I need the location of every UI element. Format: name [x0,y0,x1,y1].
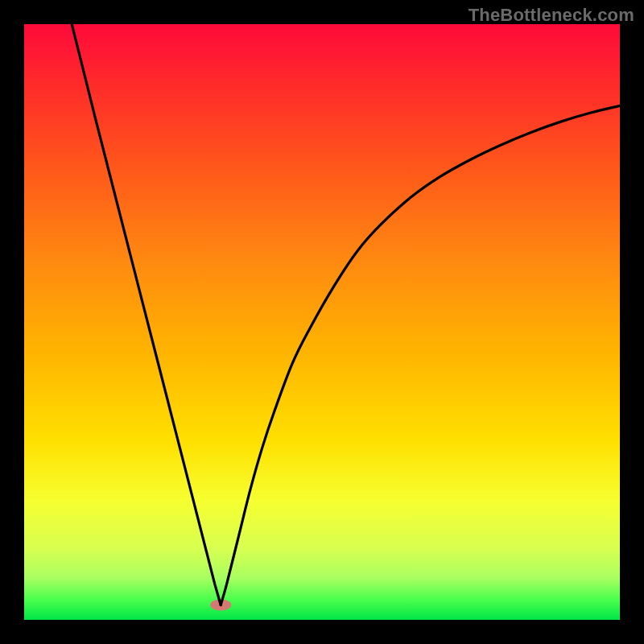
plot-area [24,24,620,620]
chart-frame: TheBottleneck.com [0,0,644,644]
watermark-text: TheBottleneck.com [469,5,634,26]
chart-svg [24,24,620,620]
gradient-background [24,24,620,620]
